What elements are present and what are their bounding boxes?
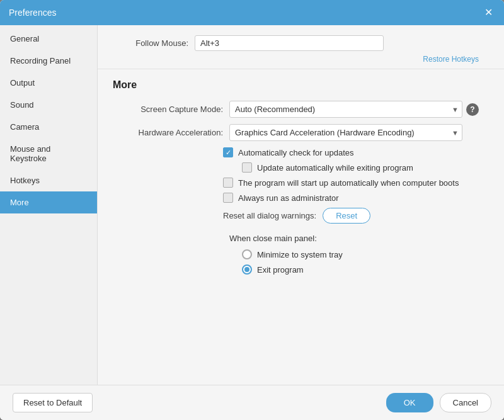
dialog-footer: Reset to Default OK Cancel [0, 385, 504, 420]
sidebar-item-recording-panel[interactable]: Recording Panel [0, 50, 97, 72]
more-section: More Screen Capture Mode: Auto (Recommen… [98, 69, 504, 290]
screen-capture-select[interactable]: Auto (Recommended) Windows Graphics Capt… [229, 101, 462, 118]
more-section-title: More [113, 79, 489, 91]
follow-mouse-input[interactable] [195, 35, 384, 51]
radio-exit-program-label: Exit program [257, 265, 304, 275]
hardware-accel-label: Hardware Acceleration: [113, 128, 223, 137]
hotkeys-section: Follow Mouse: Restore Hotkeys [98, 25, 504, 69]
checkbox-update-exit-label: Update automatically while exiting progr… [257, 163, 413, 173]
when-close-label: When close main panel: [113, 234, 489, 243]
sidebar-item-general[interactable]: General [0, 28, 97, 50]
radio-minimize-tray[interactable] [242, 249, 252, 259]
reset-dialog-label: Reset all dialog warnings: [223, 211, 316, 220]
checkbox-auto-updates[interactable] [223, 147, 233, 157]
close-button[interactable]: ✕ [482, 6, 495, 19]
radio-minimize-tray-label: Minimize to system tray [257, 250, 343, 259]
reset-dialog-row: Reset all dialog warnings: Reset [113, 208, 489, 224]
restore-hotkeys-link[interactable]: Restore Hotkeys [113, 55, 489, 64]
checkbox-startup-boot-row: The program will start up automatically … [113, 178, 489, 188]
follow-mouse-row: Follow Mouse: [113, 35, 489, 51]
reset-dialog-button[interactable]: Reset [323, 208, 370, 224]
sidebar-item-more[interactable]: More [0, 191, 97, 213]
radio-minimize-tray-row: Minimize to system tray [113, 249, 489, 259]
hardware-accel-select[interactable]: Graphics Card Acceleration (Hardware Enc… [229, 124, 462, 141]
checkbox-update-exit-row: Update automatically while exiting progr… [113, 162, 489, 173]
hardware-accel-select-wrapper: Graphics Card Acceleration (Hardware Enc… [229, 124, 462, 141]
checkbox-startup-boot[interactable] [223, 178, 233, 188]
sidebar: General Recording Panel Output Sound Cam… [0, 25, 98, 385]
dialog-title: Preferences [9, 8, 56, 18]
sidebar-item-mouse-keystroke[interactable]: Mouse and Keystroke [0, 138, 97, 169]
screen-capture-help-icon[interactable]: ? [466, 103, 479, 116]
dialog-body: General Recording Panel Output Sound Cam… [0, 25, 504, 385]
footer-right-buttons: OK Cancel [386, 393, 491, 412]
ok-button[interactable]: OK [386, 393, 433, 412]
follow-mouse-label: Follow Mouse: [113, 38, 188, 48]
checkbox-always-admin[interactable] [223, 193, 233, 203]
screen-capture-label: Screen Capture Mode: [113, 105, 223, 114]
sidebar-item-sound[interactable]: Sound [0, 94, 97, 116]
screen-capture-select-wrapper: Auto (Recommended) Windows Graphics Capt… [229, 101, 462, 118]
screen-capture-row: Screen Capture Mode: Auto (Recommended) … [113, 101, 489, 118]
sidebar-item-camera[interactable]: Camera [0, 116, 97, 138]
main-content: Follow Mouse: Restore Hotkeys More Scree… [98, 25, 504, 385]
sidebar-item-hotkeys[interactable]: Hotkeys [0, 169, 97, 191]
checkbox-always-admin-row: Always run as administrator [113, 193, 489, 203]
checkbox-startup-boot-label: The program will start up automatically … [238, 178, 459, 188]
sidebar-item-output[interactable]: Output [0, 72, 97, 94]
reset-default-button[interactable]: Reset to Default [13, 393, 93, 412]
checkbox-update-exit[interactable] [242, 162, 252, 173]
checkbox-always-admin-label: Always run as administrator [238, 193, 339, 203]
checkbox-auto-updates-label: Automatically check for updates [238, 148, 354, 157]
radio-exit-program-row: Exit program [113, 264, 489, 275]
radio-exit-program[interactable] [242, 264, 252, 275]
title-bar: Preferences ✕ [0, 0, 504, 25]
cancel-button[interactable]: Cancel [440, 393, 491, 412]
checkbox-auto-updates-row: Automatically check for updates [113, 147, 489, 157]
preferences-dialog: Preferences ✕ General Recording Panel Ou… [0, 0, 504, 420]
hardware-accel-row: Hardware Acceleration: Graphics Card Acc… [113, 124, 489, 141]
